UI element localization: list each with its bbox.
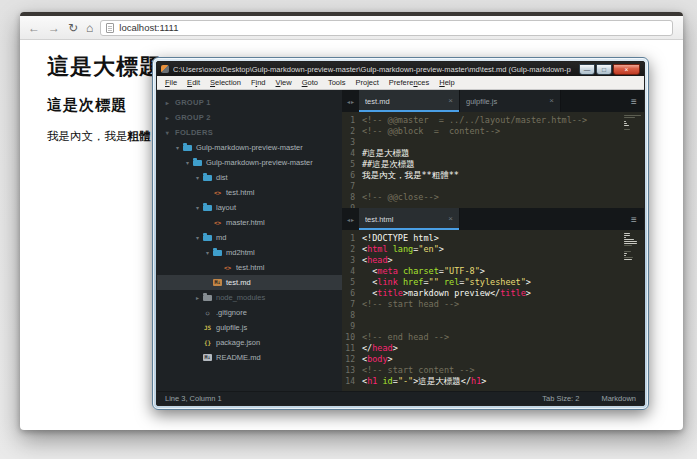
menu-help[interactable]: Help bbox=[434, 78, 459, 87]
tree-item-master-html[interactable]: <>master.html bbox=[157, 215, 342, 230]
chevron-down-icon: ▾ bbox=[163, 129, 172, 136]
chevron-down-icon: ▾ bbox=[193, 174, 202, 181]
tree-item-label: gulpfile.js bbox=[216, 323, 247, 332]
code-line: 2<!-- @@block = content--> bbox=[342, 126, 644, 137]
tree-item-dist[interactable]: ▾dist bbox=[157, 170, 342, 185]
line-number: 11 bbox=[342, 343, 362, 354]
tab-prev-icon[interactable]: ◂ bbox=[347, 98, 350, 105]
code-line: 5##這是次標題 bbox=[342, 159, 644, 170]
line-number: 4 bbox=[342, 148, 362, 159]
tab-close-icon[interactable]: × bbox=[448, 97, 453, 105]
tab-close-icon[interactable]: × bbox=[549, 97, 554, 105]
tab-label: gulpfile.js bbox=[466, 97, 545, 106]
line-number: 9 bbox=[342, 321, 362, 332]
menu-view[interactable]: View bbox=[271, 78, 297, 87]
tree-item-gulp-markdown-preview-master[interactable]: ▾Gulp-markdown-preview-master bbox=[157, 155, 342, 170]
url-text[interactable]: localhost:1111 bbox=[119, 22, 178, 33]
menu-file[interactable]: File bbox=[160, 78, 182, 87]
sidebar-group-group-1[interactable]: ▸GROUP 1 bbox=[157, 95, 342, 110]
editor-pane-top: ◂▸test.md×gulpfile.js×≡1<!-- @@master = … bbox=[342, 90, 644, 208]
menu-preferences[interactable]: Preferences bbox=[384, 78, 434, 87]
status-bar: Line 3, Column 1 Tab Size: 2 Markdown bbox=[157, 391, 644, 405]
tree-item--gitignore[interactable]: ○.gitignore bbox=[157, 305, 342, 320]
html-file-icon: <> bbox=[212, 189, 223, 196]
chevron-right-icon: ▸ bbox=[193, 294, 202, 301]
code-line: 8 bbox=[342, 310, 644, 321]
code-line: 6 <title>markdown preview</title> bbox=[342, 288, 644, 299]
folder-icon bbox=[202, 295, 213, 301]
tree-item-test-html[interactable]: <>test.html bbox=[157, 185, 342, 200]
minimize-button[interactable]: — bbox=[579, 64, 595, 75]
menu-tools[interactable]: Tools bbox=[323, 78, 351, 87]
tree-item-label: Gulp-markdown-preview-master bbox=[206, 158, 313, 167]
tree-item-gulpfile-js[interactable]: JSgulpfile.js bbox=[157, 320, 342, 335]
tree-item-package-json[interactable]: {}package.json bbox=[157, 335, 342, 350]
menu-edit[interactable]: Edit bbox=[182, 78, 205, 87]
line-number: 8 bbox=[342, 192, 362, 203]
sidebar-group-group-2[interactable]: ▸GROUP 2 bbox=[157, 110, 342, 125]
md-file-icon: M↓ bbox=[212, 279, 223, 286]
tree-item-md[interactable]: ▾md bbox=[157, 230, 342, 245]
tree-item-test-html[interactable]: <>test.html bbox=[157, 260, 342, 275]
menu-project[interactable]: Project bbox=[350, 78, 383, 87]
js-file-icon: JS bbox=[202, 324, 213, 331]
tree-item-gulp-markdown-preview-master[interactable]: ▾Gulp-markdown-preview-master bbox=[157, 140, 342, 155]
tree-item-test-md[interactable]: M↓test.md bbox=[157, 275, 342, 290]
tab-next-icon[interactable]: ▸ bbox=[351, 216, 354, 223]
menu-goto[interactable]: Goto bbox=[297, 78, 323, 87]
menu-selection[interactable]: Selection bbox=[205, 78, 246, 87]
code-line: 12<body> bbox=[342, 354, 644, 365]
maximize-button[interactable]: □ bbox=[596, 64, 612, 75]
home-icon[interactable]: ⌂ bbox=[86, 22, 93, 34]
tab-test-md[interactable]: test.md× bbox=[359, 90, 460, 112]
tree-item-layout[interactable]: ▾layout bbox=[157, 200, 342, 215]
body-text: 我是內文，我是 bbox=[47, 130, 128, 142]
chevron-down-icon: ▾ bbox=[203, 249, 212, 256]
tree-item-label: FOLDERS bbox=[175, 128, 213, 137]
menu-bar: FileEditSelectionFindViewGotoToolsProjec… bbox=[157, 76, 644, 90]
tree-item-label: dist bbox=[216, 173, 228, 182]
body-bold-text: 粗體 bbox=[128, 130, 151, 142]
tab-scroll-arrows[interactable]: ◂▸ bbox=[342, 90, 359, 112]
tree-item-label: test.html bbox=[226, 188, 254, 197]
code-line: 4 <meta charset="UTF-8"> bbox=[342, 266, 644, 277]
menu-find[interactable]: Find bbox=[246, 78, 271, 87]
line-number: 1 bbox=[342, 115, 362, 126]
tab-test-html[interactable]: test.html× bbox=[359, 208, 460, 230]
tab-prev-icon[interactable]: ◂ bbox=[347, 216, 350, 223]
folder-icon bbox=[202, 205, 213, 211]
code-line: 11</head> bbox=[342, 343, 644, 354]
tab-overflow-menu-icon[interactable]: ≡ bbox=[624, 90, 644, 112]
code-editor-bottom[interactable]: 1<!DOCTYPE html>2<html lang="en">3<head>… bbox=[342, 230, 644, 391]
code-line: 5 <link href="" rel="stylesheet"> bbox=[342, 277, 644, 288]
sidebar-group-folders[interactable]: ▾FOLDERS bbox=[157, 125, 342, 140]
tab-close-icon[interactable]: × bbox=[448, 215, 453, 223]
line-number: 8 bbox=[342, 310, 362, 321]
tab-size-indicator[interactable]: Tab Size: 2 bbox=[542, 394, 579, 403]
tab-scroll-arrows[interactable]: ◂▸ bbox=[342, 208, 359, 230]
window-titlebar[interactable]: C:\Users\oxxo\Desktop\Gulp-markdown-prev… bbox=[157, 62, 644, 76]
syntax-indicator[interactable]: Markdown bbox=[601, 394, 636, 403]
minimap[interactable] bbox=[624, 233, 641, 261]
code-editor-top[interactable]: 1<!-- @@master = ../../layout/master.htm… bbox=[342, 112, 644, 208]
tab-bar-top: ◂▸test.md×gulpfile.js×≡ bbox=[342, 90, 644, 112]
code-line: 6我是內文，我是**粗體** bbox=[342, 170, 644, 181]
minimap[interactable] bbox=[624, 115, 641, 133]
folder-icon bbox=[182, 145, 193, 151]
tab-overflow-menu-icon[interactable]: ≡ bbox=[624, 208, 644, 230]
tab-gulpfile-js[interactable]: gulpfile.js× bbox=[460, 90, 561, 112]
tree-item-md2html[interactable]: ▾md2html bbox=[157, 245, 342, 260]
tree-item-label: master.html bbox=[226, 218, 265, 227]
close-button[interactable]: × bbox=[613, 64, 640, 75]
code-line: 2<html lang="en"> bbox=[342, 244, 644, 255]
sidebar-file-tree[interactable]: ▸GROUP 1▸GROUP 2▾FOLDERS▾Gulp-markdown-p… bbox=[157, 90, 342, 391]
tree-item-readme-md[interactable]: M↓README.md bbox=[157, 350, 342, 365]
sublime-text-window: C:\Users\oxxo\Desktop\Gulp-markdown-prev… bbox=[152, 57, 649, 410]
tab-next-icon[interactable]: ▸ bbox=[351, 98, 354, 105]
address-bar[interactable]: localhost:1111 bbox=[100, 20, 673, 36]
tree-item-node-modules[interactable]: ▸node_modules bbox=[157, 290, 342, 305]
line-number: 7 bbox=[342, 299, 362, 310]
back-icon[interactable]: ← bbox=[28, 22, 40, 34]
reload-icon[interactable]: ↻ bbox=[68, 22, 78, 34]
forward-icon[interactable]: → bbox=[48, 22, 60, 34]
